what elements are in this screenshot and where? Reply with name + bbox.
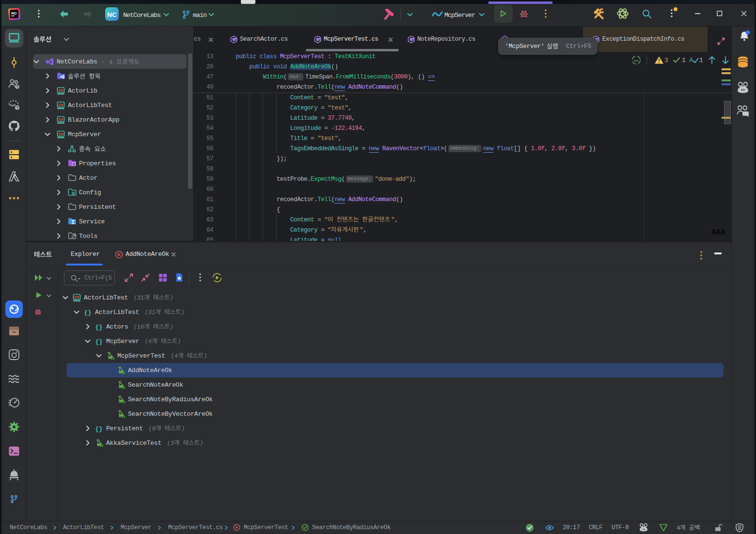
svg-text:RD: RD [11, 11, 17, 16]
svg-text:C#: C# [59, 117, 63, 122]
svg-text:{}: {} [95, 426, 102, 433]
svg-text:A: A [689, 56, 693, 63]
svg-text:C#: C# [75, 295, 79, 299]
svg-text:C#: C# [59, 132, 63, 136]
svg-text:{}: {} [84, 310, 91, 316]
svg-text:{}: {} [95, 339, 102, 346]
svg-text:C#: C# [59, 103, 63, 107]
svg-text:?: ? [16, 84, 18, 89]
svg-text:{}: {} [95, 324, 102, 331]
svg-text:?: ? [16, 105, 18, 110]
svg-text:C#: C# [59, 88, 63, 93]
svg-text:NC: NC [107, 11, 117, 18]
